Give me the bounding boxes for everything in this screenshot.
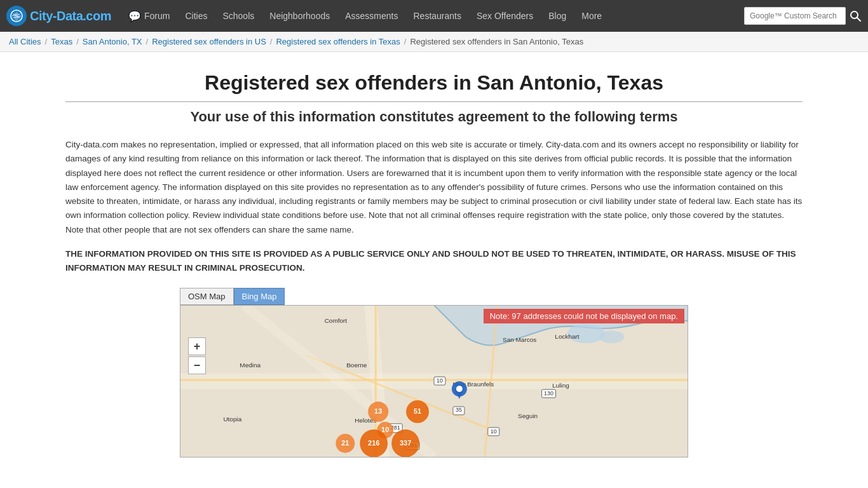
breadcrumb-texas[interactable]: Texas <box>51 37 72 46</box>
nav-more[interactable]: More <box>574 0 609 32</box>
svg-text:10: 10 <box>381 426 389 433</box>
zoom-in-button[interactable]: + <box>188 337 206 355</box>
page-title: Registered sex offenders in San Antonio,… <box>65 71 803 102</box>
map-tabs: OSM Map Bing Map <box>180 288 688 305</box>
svg-text:Seguin: Seguin <box>518 412 538 419</box>
cluster-337[interactable]: 337 <box>391 430 419 457</box>
svg-point-5 <box>599 331 624 344</box>
nav-assessments[interactable]: Assessments <box>337 0 405 32</box>
nav-schools[interactable]: Schools <box>215 0 262 32</box>
disclaimer-text: City-data.com makes no representation, i… <box>65 138 803 237</box>
svg-text:Luling: Luling <box>552 382 569 389</box>
map-wrapper: Note: 97 addresses could not be displaye… <box>180 305 688 458</box>
svg-text:Boerne: Boerne <box>346 362 367 369</box>
breadcrumb-all-cities[interactable]: All Cities <box>9 37 41 46</box>
cluster-51[interactable]: 51 <box>406 400 429 423</box>
svg-text:San Marcos: San Marcos <box>503 337 536 344</box>
bc-sep-2: / <box>76 37 79 46</box>
svg-text:35: 35 <box>456 407 462 414</box>
svg-text:130: 130 <box>544 391 553 397</box>
page-subtitle: Your use of this information constitutes… <box>65 109 803 125</box>
cluster-21[interactable]: 21 <box>336 434 355 453</box>
svg-text:21: 21 <box>341 439 349 447</box>
svg-text:Medina: Medina <box>240 362 261 369</box>
svg-line-2 <box>857 18 861 22</box>
nav-restaurants[interactable]: Restaurants <box>405 0 468 32</box>
main-content: Registered sex offenders in San Antonio,… <box>53 52 815 470</box>
nav-blog[interactable]: Blog <box>541 0 574 32</box>
nav-cities[interactable]: Cities <box>177 0 215 32</box>
map-zoom-controls: + − <box>188 337 206 374</box>
cluster-13[interactable]: 13 <box>368 402 388 422</box>
svg-point-37 <box>456 386 463 392</box>
top-navigation: City-Data.com 💬 Forum Cities Schools Nei… <box>0 0 868 32</box>
bc-sep-1: / <box>45 37 48 46</box>
svg-text:10: 10 <box>491 429 497 435</box>
zoom-out-button[interactable]: − <box>188 356 206 374</box>
nav-forum[interactable]: 💬 Forum <box>121 0 177 32</box>
svg-text:Lockhart: Lockhart <box>555 334 579 341</box>
osm-map-tab[interactable]: OSM Map <box>180 288 234 305</box>
map-note: Note: 97 addresses could not be displaye… <box>484 309 684 323</box>
svg-text:13: 13 <box>374 407 382 415</box>
map-container: OSM Map Bing Map Note: 97 addresses coul… <box>180 288 688 458</box>
svg-text:Comfort: Comfort <box>325 318 348 325</box>
bc-sep-3: / <box>146 37 149 46</box>
search-area <box>744 7 862 25</box>
svg-text:Utopia: Utopia <box>223 416 241 423</box>
logo-icon <box>6 6 27 26</box>
nav-neighborhoods[interactable]: Neighborhoods <box>262 0 337 32</box>
cluster-216[interactable]: 216 <box>360 430 388 457</box>
logo[interactable]: City-Data.com <box>6 6 111 26</box>
breadcrumb-registered-texas[interactable]: Registered sex offenders in Texas <box>276 37 400 46</box>
nav-sex-offenders[interactable]: Sex Offenders <box>469 0 541 32</box>
search-input[interactable] <box>744 7 846 25</box>
svg-text:216: 216 <box>368 439 379 447</box>
logo-text: City-Data.com <box>30 9 111 24</box>
breadcrumb-registered-us[interactable]: Registered sex offenders in US <box>152 37 266 46</box>
bc-sep-5: / <box>404 37 407 46</box>
forum-icon: 💬 <box>128 10 141 22</box>
breadcrumb-san-antonio[interactable]: San Antonio, TX <box>83 37 142 46</box>
warning-text: THE INFORMATION PROVIDED ON THIS SITE IS… <box>65 247 803 276</box>
breadcrumb: All Cities / Texas / San Antonio, TX / R… <box>0 32 868 52</box>
breadcrumb-current: Registered sex offenders in San Antonio,… <box>410 37 583 46</box>
search-button[interactable] <box>849 10 862 22</box>
bc-sep-4: / <box>270 37 273 46</box>
svg-text:337: 337 <box>400 439 411 447</box>
svg-text:51: 51 <box>414 407 421 415</box>
map-svg: 281 10 35 130 10 281 Comfort Medina <box>180 306 688 457</box>
svg-text:10: 10 <box>437 378 443 384</box>
bing-map-tab[interactable]: Bing Map <box>234 288 285 305</box>
